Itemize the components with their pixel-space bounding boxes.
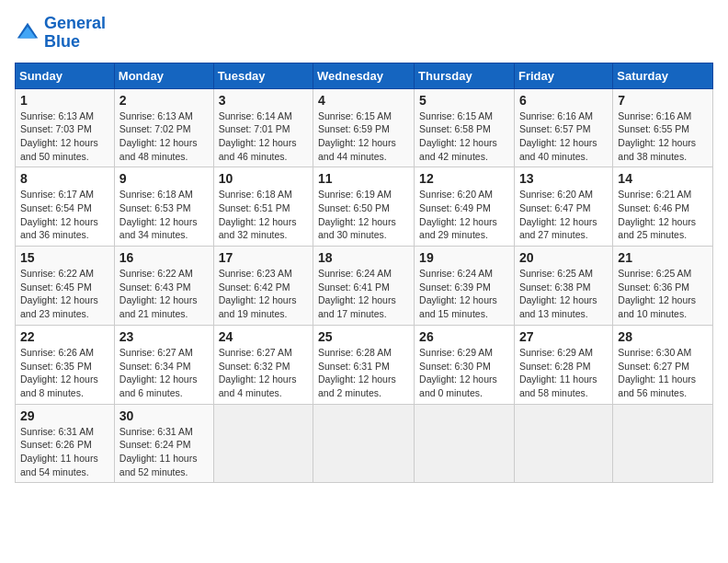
day-number: 13 [519, 171, 608, 186]
day-info: Sunrise: 6:14 AM Sunset: 7:01 PM Dayligh… [219, 109, 308, 164]
day-number: 1 [20, 93, 109, 108]
day-cell: 17Sunrise: 6:23 AM Sunset: 6:42 PM Dayli… [213, 247, 313, 326]
day-cell: 10Sunrise: 6:18 AM Sunset: 6:51 PM Dayli… [213, 167, 313, 247]
day-number: 23 [119, 329, 209, 344]
day-number: 30 [119, 408, 209, 423]
day-info: Sunrise: 6:24 AM Sunset: 6:41 PM Dayligh… [318, 267, 409, 321]
day-cell: 14Sunrise: 6:21 AM Sunset: 6:46 PM Dayli… [613, 167, 713, 247]
day-cell: 18Sunrise: 6:24 AM Sunset: 6:41 PM Dayli… [313, 247, 415, 326]
day-cell: 6Sunrise: 6:16 AM Sunset: 6:57 PM Daylig… [514, 88, 612, 167]
day-cell: 1Sunrise: 6:13 AM Sunset: 7:03 PM Daylig… [16, 88, 115, 167]
day-info: Sunrise: 6:29 AM Sunset: 6:28 PM Dayligh… [519, 346, 608, 400]
day-cell: 21Sunrise: 6:25 AM Sunset: 6:36 PM Dayli… [613, 247, 713, 326]
logo: General Blue [15, 15, 106, 52]
day-number: 5 [419, 93, 509, 108]
day-info: Sunrise: 6:31 AM Sunset: 6:24 PM Dayligh… [119, 425, 209, 479]
day-number: 6 [519, 93, 608, 108]
day-cell: 30Sunrise: 6:31 AM Sunset: 6:24 PM Dayli… [114, 404, 213, 483]
week-row-3: 15Sunrise: 6:22 AM Sunset: 6:45 PM Dayli… [16, 247, 713, 326]
day-number: 27 [519, 329, 608, 344]
day-info: Sunrise: 6:15 AM Sunset: 6:59 PM Dayligh… [318, 109, 409, 164]
day-info: Sunrise: 6:21 AM Sunset: 6:46 PM Dayligh… [618, 188, 708, 242]
header-monday: Monday [114, 63, 213, 88]
header-thursday: Thursday [415, 63, 515, 88]
day-info: Sunrise: 6:22 AM Sunset: 6:45 PM Dayligh… [20, 267, 109, 321]
header-saturday: Saturday [613, 63, 713, 88]
day-number: 29 [20, 408, 109, 423]
week-row-1: 1Sunrise: 6:13 AM Sunset: 7:03 PM Daylig… [16, 88, 713, 167]
day-cell: 25Sunrise: 6:28 AM Sunset: 6:31 PM Dayli… [313, 325, 415, 404]
day-info: Sunrise: 6:16 AM Sunset: 6:57 PM Dayligh… [519, 109, 608, 164]
day-info: Sunrise: 6:24 AM Sunset: 6:39 PM Dayligh… [419, 267, 509, 321]
calendar-table: SundayMondayTuesdayWednesdayThursdayFrid… [15, 63, 713, 484]
day-info: Sunrise: 6:18 AM Sunset: 6:53 PM Dayligh… [119, 188, 209, 242]
day-info: Sunrise: 6:20 AM Sunset: 6:47 PM Dayligh… [519, 188, 608, 242]
day-cell: 13Sunrise: 6:20 AM Sunset: 6:47 PM Dayli… [514, 167, 612, 247]
day-cell [415, 404, 515, 483]
day-cell: 15Sunrise: 6:22 AM Sunset: 6:45 PM Dayli… [16, 247, 115, 326]
day-info: Sunrise: 6:16 AM Sunset: 6:55 PM Dayligh… [618, 109, 708, 164]
day-cell [613, 404, 713, 483]
day-cell: 27Sunrise: 6:29 AM Sunset: 6:28 PM Dayli… [514, 325, 612, 404]
day-info: Sunrise: 6:25 AM Sunset: 6:36 PM Dayligh… [618, 267, 708, 321]
day-cell: 28Sunrise: 6:30 AM Sunset: 6:27 PM Dayli… [613, 325, 713, 404]
day-cell [313, 404, 415, 483]
day-cell [514, 404, 612, 483]
day-number: 26 [419, 329, 509, 344]
day-cell: 5Sunrise: 6:15 AM Sunset: 6:58 PM Daylig… [415, 88, 515, 167]
day-info: Sunrise: 6:17 AM Sunset: 6:54 PM Dayligh… [20, 188, 109, 242]
day-number: 14 [618, 171, 708, 186]
day-number: 11 [318, 171, 409, 186]
day-number: 8 [20, 171, 109, 186]
day-cell: 19Sunrise: 6:24 AM Sunset: 6:39 PM Dayli… [415, 247, 515, 326]
day-info: Sunrise: 6:18 AM Sunset: 6:51 PM Dayligh… [219, 188, 308, 242]
day-number: 25 [318, 329, 409, 344]
day-cell: 12Sunrise: 6:20 AM Sunset: 6:49 PM Dayli… [415, 167, 515, 247]
logo-icon [15, 20, 40, 46]
week-row-5: 29Sunrise: 6:31 AM Sunset: 6:26 PM Dayli… [16, 404, 713, 483]
day-cell: 4Sunrise: 6:15 AM Sunset: 6:59 PM Daylig… [313, 88, 415, 167]
day-number: 9 [119, 171, 209, 186]
day-info: Sunrise: 6:27 AM Sunset: 6:32 PM Dayligh… [219, 346, 308, 400]
day-info: Sunrise: 6:23 AM Sunset: 6:42 PM Dayligh… [219, 267, 308, 321]
day-info: Sunrise: 6:13 AM Sunset: 7:02 PM Dayligh… [119, 109, 209, 164]
day-cell: 24Sunrise: 6:27 AM Sunset: 6:32 PM Dayli… [213, 325, 313, 404]
day-info: Sunrise: 6:19 AM Sunset: 6:50 PM Dayligh… [318, 188, 409, 242]
day-cell: 29Sunrise: 6:31 AM Sunset: 6:26 PM Dayli… [16, 404, 115, 483]
page-header: General Blue [15, 15, 713, 52]
header-tuesday: Tuesday [213, 63, 313, 88]
day-number: 19 [419, 250, 509, 265]
day-number: 3 [219, 93, 308, 108]
week-row-4: 22Sunrise: 6:26 AM Sunset: 6:35 PM Dayli… [16, 325, 713, 404]
day-cell: 11Sunrise: 6:19 AM Sunset: 6:50 PM Dayli… [313, 167, 415, 247]
day-cell: 9Sunrise: 6:18 AM Sunset: 6:53 PM Daylig… [114, 167, 213, 247]
day-cell: 3Sunrise: 6:14 AM Sunset: 7:01 PM Daylig… [213, 88, 313, 167]
day-number: 17 [219, 250, 308, 265]
day-info: Sunrise: 6:25 AM Sunset: 6:38 PM Dayligh… [519, 267, 608, 321]
week-row-2: 8Sunrise: 6:17 AM Sunset: 6:54 PM Daylig… [16, 167, 713, 247]
day-number: 15 [20, 250, 109, 265]
header-sunday: Sunday [16, 63, 115, 88]
day-cell: 23Sunrise: 6:27 AM Sunset: 6:34 PM Dayli… [114, 325, 213, 404]
day-info: Sunrise: 6:27 AM Sunset: 6:34 PM Dayligh… [119, 346, 209, 400]
day-cell: 7Sunrise: 6:16 AM Sunset: 6:55 PM Daylig… [613, 88, 713, 167]
day-number: 28 [618, 329, 708, 344]
day-cell: 16Sunrise: 6:22 AM Sunset: 6:43 PM Dayli… [114, 247, 213, 326]
header-friday: Friday [514, 63, 612, 88]
day-cell: 8Sunrise: 6:17 AM Sunset: 6:54 PM Daylig… [16, 167, 115, 247]
day-number: 2 [119, 93, 209, 108]
day-number: 18 [318, 250, 409, 265]
calendar-header-row: SundayMondayTuesdayWednesdayThursdayFrid… [16, 63, 713, 88]
day-info: Sunrise: 6:13 AM Sunset: 7:03 PM Dayligh… [20, 109, 109, 164]
day-number: 10 [219, 171, 308, 186]
day-info: Sunrise: 6:28 AM Sunset: 6:31 PM Dayligh… [318, 346, 409, 400]
day-number: 4 [318, 93, 409, 108]
day-number: 24 [219, 329, 308, 344]
logo-text: General Blue [44, 15, 106, 52]
day-cell [213, 404, 313, 483]
day-info: Sunrise: 6:15 AM Sunset: 6:58 PM Dayligh… [419, 109, 509, 164]
day-info: Sunrise: 6:31 AM Sunset: 6:26 PM Dayligh… [20, 425, 109, 479]
day-info: Sunrise: 6:20 AM Sunset: 6:49 PM Dayligh… [419, 188, 509, 242]
header-wednesday: Wednesday [313, 63, 415, 88]
day-number: 12 [419, 171, 509, 186]
